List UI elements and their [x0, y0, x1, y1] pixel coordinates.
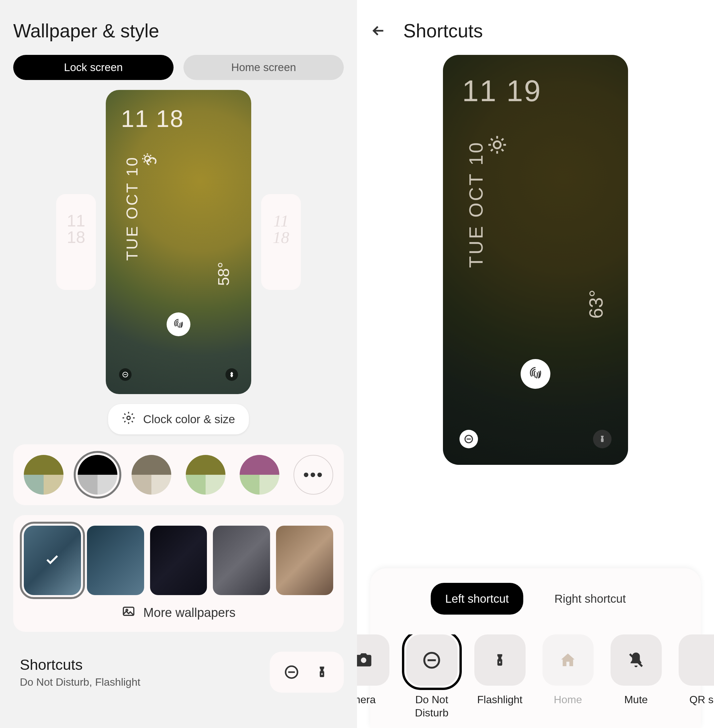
option-flashlight[interactable]: Flashlight: [470, 635, 530, 719]
page-title: Shortcuts: [403, 20, 483, 42]
preview-date: TUE OCT 10: [465, 141, 487, 268]
option-do-not-disturb[interactable]: Do Not Disturb: [402, 635, 462, 719]
clock-style-next[interactable]: 11 18: [261, 194, 301, 290]
image-icon: [122, 604, 135, 621]
wallpaper-thumb-1[interactable]: [24, 526, 81, 595]
color-swatch-4[interactable]: [186, 455, 225, 495]
svg-point-2: [127, 416, 130, 420]
color-swatch-1[interactable]: [24, 455, 63, 495]
sun-icon: [487, 134, 508, 157]
tab-right-shortcut[interactable]: Right shortcut: [540, 583, 640, 615]
preview-date: TUE OCT 10: [123, 156, 141, 261]
check-icon: [45, 552, 60, 569]
tab-lock-screen[interactable]: Lock screen: [13, 55, 174, 80]
color-swatch-5[interactable]: [240, 455, 279, 495]
preview-right-shortcut: [593, 430, 612, 448]
tab-left-shortcut[interactable]: Left shortcut: [431, 583, 524, 615]
option-home[interactable]: Home: [538, 635, 598, 719]
color-palette-panel: •••: [13, 444, 344, 505]
fingerprint-icon: [166, 312, 190, 336]
shortcut-options-row[interactable]: mera Do Not Disturb Flashlight Home: [357, 635, 714, 719]
gear-icon: [122, 411, 135, 427]
shortcut-picker-sheet: Left shortcut Right shortcut mera Do Not…: [370, 568, 701, 728]
tab-home-screen[interactable]: Home screen: [183, 55, 344, 80]
sun-cloud-icon: [141, 152, 157, 169]
back-arrow-icon[interactable]: [370, 23, 387, 39]
preview-clock-time: 11 18: [121, 105, 184, 132]
option-mute[interactable]: Mute: [606, 635, 666, 719]
option-camera[interactable]: mera: [357, 635, 393, 719]
clock-style-carousel: 11 18 11 18 TUE OCT 10 58° 11 18: [0, 90, 357, 404]
svg-point-9: [361, 657, 366, 662]
lock-screen-preview-large: 11 19 TUE OCT 10 63°: [443, 55, 628, 465]
page-title: Wallpaper & style: [0, 0, 357, 55]
wallpaper-thumb-2[interactable]: [87, 526, 144, 595]
screen-tabs: Lock screen Home screen: [0, 55, 357, 90]
header: Shortcuts: [357, 0, 714, 55]
preview-left-shortcut-icon: [119, 368, 132, 381]
lock-screen-preview[interactable]: 11 18 TUE OCT 10 58°: [106, 90, 251, 394]
color-swatch-2[interactable]: [78, 455, 117, 495]
clock-style-prev[interactable]: 11 18: [56, 194, 96, 290]
preview-temperature: 58°: [214, 262, 233, 286]
option-qr[interactable]: QR sc: [674, 635, 714, 719]
more-colors-button[interactable]: •••: [294, 455, 333, 495]
preview-clock-time: 11 19: [462, 74, 542, 108]
wallpaper-thumb-4[interactable]: [213, 526, 270, 595]
clock-color-size-button[interactable]: Clock color & size: [108, 404, 249, 434]
shortcuts-section[interactable]: Shortcuts Do Not Disturb, Flashlight: [0, 642, 357, 706]
shortcut-side-tabs: Left shortcut Right shortcut: [370, 583, 701, 615]
shortcuts-screen: Shortcuts 11 19 TUE OCT 10 63° Left shor…: [357, 0, 714, 728]
svg-point-7: [494, 141, 501, 148]
color-swatch-3[interactable]: [132, 455, 171, 495]
wallpaper-panel: More wallpapers: [13, 515, 344, 632]
preview-right-shortcut-icon: [225, 368, 238, 381]
shortcuts-icons-preview: [270, 651, 344, 693]
svg-rect-11: [499, 661, 501, 663]
svg-rect-12: [567, 662, 570, 666]
preview-temperature: 63°: [585, 290, 607, 319]
wallpaper-style-screen: Wallpaper & style Lock screen Home scree…: [0, 0, 357, 728]
svg-rect-6: [321, 673, 322, 675]
flashlight-icon: [314, 663, 330, 681]
preview-left-shortcut-selected: [459, 430, 478, 448]
dnd-icon: [283, 663, 300, 681]
fingerprint-icon: [520, 359, 550, 389]
shortcuts-subtitle: Do Not Disturb, Flashlight: [20, 676, 141, 688]
wallpaper-thumb-3[interactable]: [150, 526, 207, 595]
more-wallpapers-button[interactable]: More wallpapers: [24, 604, 333, 621]
shortcuts-title: Shortcuts: [20, 656, 141, 674]
wallpaper-thumb-5[interactable]: [276, 526, 333, 595]
